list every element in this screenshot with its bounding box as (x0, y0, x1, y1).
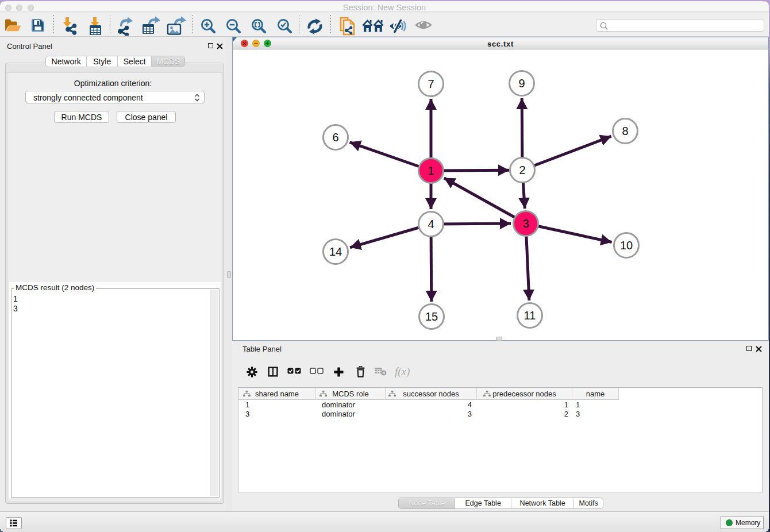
svg-text:2: 2 (519, 164, 525, 176)
svg-text:1: 1 (428, 164, 434, 177)
svg-text:9: 9 (518, 77, 525, 90)
svg-text:11: 11 (524, 309, 536, 322)
svg-text:15: 15 (425, 310, 438, 323)
svg-text:4: 4 (428, 218, 434, 230)
svg-text:14: 14 (329, 245, 342, 258)
svg-text:10: 10 (620, 239, 633, 252)
svg-text:8: 8 (622, 125, 628, 137)
svg-text:6: 6 (332, 131, 338, 144)
svg-text:7: 7 (428, 78, 434, 90)
svg-text:3: 3 (522, 217, 529, 230)
